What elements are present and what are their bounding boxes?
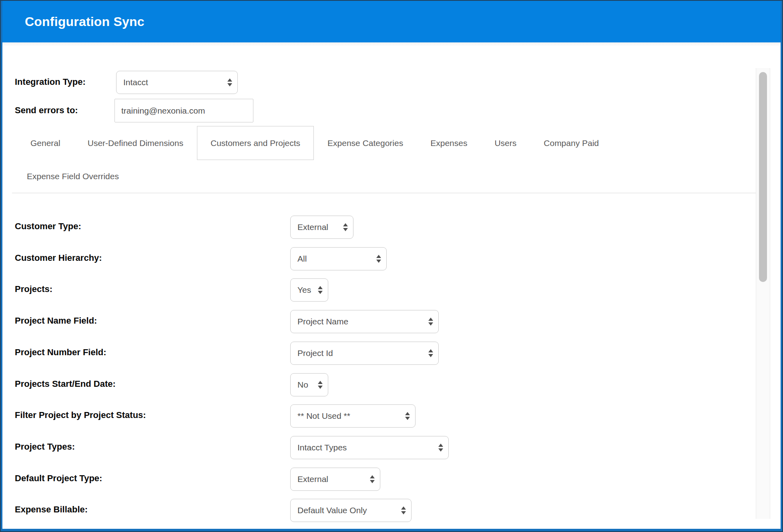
tab-general[interactable]: General xyxy=(17,126,74,160)
default-project-type-value: External xyxy=(297,474,328,484)
project-types-select[interactable]: Intacct Types xyxy=(290,436,449,459)
customer-type-select[interactable]: External xyxy=(290,216,353,239)
dialog-header: Configuration Sync xyxy=(2,1,781,42)
expense-billable-value: Default Value Only xyxy=(297,506,367,515)
projects-value: Yes xyxy=(297,285,311,295)
customer-hierarchy-label: Customer Hierarchy: xyxy=(15,253,102,263)
filter-project-by-project-status-value: ** Not Used ** xyxy=(297,411,350,421)
customer-hierarchy-select[interactable]: All xyxy=(290,247,387,270)
filter-project-by-project-status-select[interactable]: ** Not Used ** xyxy=(290,404,416,428)
scrollbar-track[interactable] xyxy=(756,68,770,519)
projects-select[interactable]: Yes xyxy=(290,278,328,302)
integration-type-select[interactable]: Intacct xyxy=(116,71,238,94)
scrollbar-thumb[interactable] xyxy=(759,72,767,282)
tab-customers-and-projects[interactable]: Customers and Projects xyxy=(197,126,314,160)
tab-users[interactable]: Users xyxy=(481,126,530,160)
tab-row-1: GeneralUser-Defined DimensionsCustomers … xyxy=(17,126,612,160)
default-project-type-select[interactable]: External xyxy=(290,468,380,491)
updown-arrows-icon xyxy=(227,78,232,86)
configuration-sync-dialog: Configuration Sync Integration Type: Int… xyxy=(2,1,781,529)
project-name-field-value: Project Name xyxy=(297,317,348,326)
projects-start-end-date-select[interactable]: No xyxy=(290,373,328,396)
filter-project-by-project-status-label: Filter Project by Project Status: xyxy=(15,410,146,420)
customer-type-value: External xyxy=(297,222,328,232)
project-types-label: Project Types: xyxy=(15,442,75,452)
customer-hierarchy-value: All xyxy=(297,254,307,264)
updown-arrows-icon xyxy=(318,381,323,389)
tab-user-defined-dimensions[interactable]: User-Defined Dimensions xyxy=(74,126,197,160)
tab-company-paid[interactable]: Company Paid xyxy=(530,126,612,160)
default-project-type-label: Default Project Type: xyxy=(15,473,102,484)
dialog-frame: Configuration Sync Integration Type: Int… xyxy=(0,0,783,532)
integration-type-value: Intacct xyxy=(123,78,148,87)
project-number-field-label: Project Number Field: xyxy=(15,347,106,358)
tab-row-2: Expense Field Overrides xyxy=(13,160,133,193)
updown-arrows-icon xyxy=(428,349,433,357)
tab-expense-categories[interactable]: Expense Categories xyxy=(314,126,417,160)
updown-arrows-icon xyxy=(370,475,375,483)
expense-billable-label: Expense Billable: xyxy=(15,504,88,515)
dialog-content: Integration Type: Intacct Send errors to… xyxy=(2,42,781,529)
projects-start-end-date-label: Projects Start/End Date: xyxy=(15,379,116,389)
expense-billable-select[interactable]: Default Value Only xyxy=(290,499,412,522)
updown-arrows-icon xyxy=(401,506,406,514)
customer-type-label: Customer Type: xyxy=(15,221,81,232)
send-errors-to-input[interactable] xyxy=(114,99,253,122)
updown-arrows-icon xyxy=(405,412,410,420)
dialog-title: Configuration Sync xyxy=(25,14,145,29)
projects-start-end-date-value: No xyxy=(297,380,308,390)
tab-expense-field-overrides[interactable]: Expense Field Overrides xyxy=(13,160,133,193)
project-number-field-select[interactable]: Project Id xyxy=(290,342,439,365)
project-name-field-label: Project Name Field: xyxy=(15,316,97,326)
tab-panel-divider xyxy=(12,193,756,193)
project-number-field-value: Project Id xyxy=(297,348,333,358)
updown-arrows-icon xyxy=(438,444,443,452)
updown-arrows-icon xyxy=(428,318,433,326)
updown-arrows-icon xyxy=(376,255,381,263)
project-name-field-select[interactable]: Project Name xyxy=(290,310,439,333)
send-errors-to-label: Send errors to: xyxy=(15,105,78,116)
project-types-value: Intacct Types xyxy=(297,443,347,452)
updown-arrows-icon xyxy=(318,286,323,294)
projects-label: Projects: xyxy=(15,284,52,294)
integration-type-label: Integration Type: xyxy=(15,77,86,87)
updown-arrows-icon xyxy=(343,223,348,231)
tab-expenses[interactable]: Expenses xyxy=(417,126,481,160)
